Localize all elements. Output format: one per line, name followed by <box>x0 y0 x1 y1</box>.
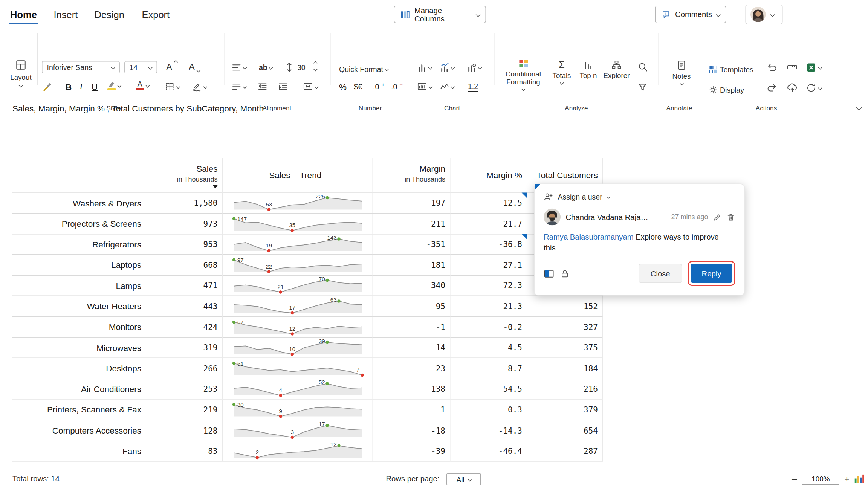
margin-pct-cell[interactable]: 4.5 <box>451 337 527 359</box>
cloud-upload-button[interactable] <box>787 81 798 94</box>
sales-cell[interactable]: 443 <box>162 296 223 317</box>
row-label-cell[interactable]: Washers & Dryers <box>12 193 162 214</box>
row-label-cell[interactable]: Lamps <box>12 275 162 296</box>
margin-cell[interactable]: 340 <box>373 275 451 296</box>
row-label-cell[interactable]: Air Conditioners <box>12 379 162 400</box>
trend-cell[interactable]: 6712 <box>223 317 373 338</box>
close-button[interactable]: Close <box>639 264 682 283</box>
customers-cell[interactable]: 379 <box>527 399 603 420</box>
undo-button[interactable] <box>766 61 778 73</box>
margin-pct-cell[interactable]: -14.3 <box>451 420 527 441</box>
chart-options-button[interactable] <box>467 61 481 73</box>
trend-cell[interactable]: 309 <box>223 399 373 420</box>
margin-cell[interactable]: -1 <box>373 317 451 338</box>
margin-pct-cell[interactable]: 72.3 <box>451 275 527 296</box>
sales-cell[interactable]: 471 <box>162 275 223 296</box>
margin-pct-cell[interactable]: 8.7 <box>451 358 527 379</box>
margin-pct-cell[interactable]: -36.8 <box>451 234 527 255</box>
sales-cell[interactable]: 424 <box>162 317 223 338</box>
margin-pct-cell[interactable]: 21.7 <box>451 213 527 234</box>
comment-marker-icon[interactable] <box>522 193 527 198</box>
mention-link[interactable]: Ramya Balasubramanyam <box>544 233 634 241</box>
currency-format-button[interactable]: $€ <box>354 80 362 93</box>
format-painter-button[interactable] <box>42 80 52 93</box>
highlight-color-button[interactable] <box>107 79 121 92</box>
margin-pct-cell[interactable]: 54.5 <box>451 379 527 400</box>
refresh-button[interactable] <box>806 81 821 94</box>
redo-button[interactable] <box>766 81 778 94</box>
header-sales-trend[interactable]: Sales – Trend <box>223 158 373 193</box>
manage-columns-button[interactable]: Manage Columns <box>394 6 486 23</box>
tab-home[interactable]: Home <box>10 10 37 21</box>
row-label-cell[interactable]: Laptops <box>12 255 162 276</box>
trend-cell[interactable]: 517 <box>223 358 373 379</box>
bold-button[interactable]: B <box>66 80 72 93</box>
decrease-indent-button[interactable] <box>258 80 267 93</box>
sales-cell[interactable]: 953 <box>162 234 223 255</box>
percent-format-button[interactable]: % <box>339 80 347 93</box>
margin-cell[interactable]: 23 <box>373 358 451 379</box>
trend-cell[interactable]: 122 <box>223 441 373 462</box>
margin-cell[interactable]: 197 <box>373 193 451 214</box>
decrease-font-size-button[interactable]: A <box>189 61 200 73</box>
increase-decimal-button[interactable]: .0+ <box>373 80 385 93</box>
rows-per-page-select[interactable]: All <box>446 473 481 485</box>
stepper-down-icon[interactable] <box>314 67 318 71</box>
export-excel-button[interactable] <box>806 61 821 73</box>
sales-cell[interactable]: 253 <box>162 379 223 400</box>
row-label-cell[interactable]: Projectors & Screens <box>12 213 162 234</box>
collapse-ribbon-icon[interactable] <box>856 104 862 111</box>
increase-indent-button[interactable] <box>278 80 288 93</box>
wrap-text-button[interactable]: ab <box>259 61 272 73</box>
margin-pct-cell[interactable]: 27.1 <box>451 255 527 276</box>
header-subcategory[interactable] <box>12 158 162 193</box>
row-label-cell[interactable]: Refrigerators <box>12 234 162 255</box>
trend-cell[interactable]: 524 <box>223 379 373 400</box>
italic-button[interactable]: I <box>80 80 83 93</box>
decrease-decimal-button[interactable]: .0− <box>391 80 403 93</box>
row-label-cell[interactable]: Water Heaters <box>12 296 162 317</box>
zoom-out-button[interactable]: – <box>792 474 797 484</box>
margin-cell[interactable]: 1 <box>373 399 451 420</box>
customers-cell[interactable]: 654 <box>527 420 603 441</box>
margin-pct-cell[interactable]: -0.2 <box>451 317 527 338</box>
totals-button[interactable]: Σ Totals <box>549 60 574 84</box>
margin-cell[interactable]: 181 <box>373 255 451 276</box>
trend-cell[interactable]: 173 <box>223 420 373 441</box>
lock-icon[interactable] <box>560 269 570 278</box>
stepper-up-icon[interactable] <box>314 62 318 66</box>
customers-cell[interactable]: 184 <box>527 358 603 379</box>
combo-chart-button[interactable] <box>440 61 454 73</box>
notes-button[interactable]: Notes <box>669 60 694 84</box>
sales-cell[interactable]: 219 <box>162 399 223 420</box>
top-n-button[interactable]: Top n <box>576 60 600 80</box>
underline-button[interactable]: U <box>92 80 98 93</box>
tab-design[interactable]: Design <box>95 10 124 21</box>
sparkline-button[interactable] <box>440 80 454 93</box>
trend-cell[interactable]: 3910 <box>223 337 373 359</box>
sales-cell[interactable]: 266 <box>162 358 223 379</box>
display-button[interactable]: Display <box>709 84 744 96</box>
margin-cell[interactable]: 211 <box>373 213 451 234</box>
ruler-button[interactable] <box>787 61 798 73</box>
row-height-stepper[interactable] <box>314 62 317 70</box>
increase-font-size-button[interactable]: A <box>166 61 177 73</box>
margin-pct-cell[interactable]: 21.3 <box>451 296 527 317</box>
margin-cell[interactable]: -351 <box>373 234 451 255</box>
tab-insert[interactable]: Insert <box>54 10 78 21</box>
trend-cell[interactable]: 9722 <box>223 255 373 276</box>
customers-cell[interactable]: 152 <box>527 296 603 317</box>
customers-cell[interactable]: 216 <box>527 379 603 400</box>
font-family-select[interactable]: Inforiver Sans <box>42 61 120 73</box>
conditional-formatting-button[interactable]: Conditional Formatting <box>500 59 547 90</box>
row-label-cell[interactable]: Computers Accessories <box>12 420 162 441</box>
templates-button[interactable]: Templates <box>709 63 753 76</box>
row-label-cell[interactable]: Monitors <box>12 317 162 338</box>
customers-cell[interactable]: 287 <box>527 441 603 462</box>
edit-comment-icon[interactable] <box>713 213 722 221</box>
search-button[interactable] <box>637 61 649 73</box>
trend-cell[interactable]: 7021 <box>223 275 373 296</box>
explorer-button[interactable]: Explorer <box>601 60 632 80</box>
row-label-cell[interactable]: Desktops <box>12 358 162 379</box>
row-label-cell[interactable]: Microwaves <box>12 337 162 359</box>
